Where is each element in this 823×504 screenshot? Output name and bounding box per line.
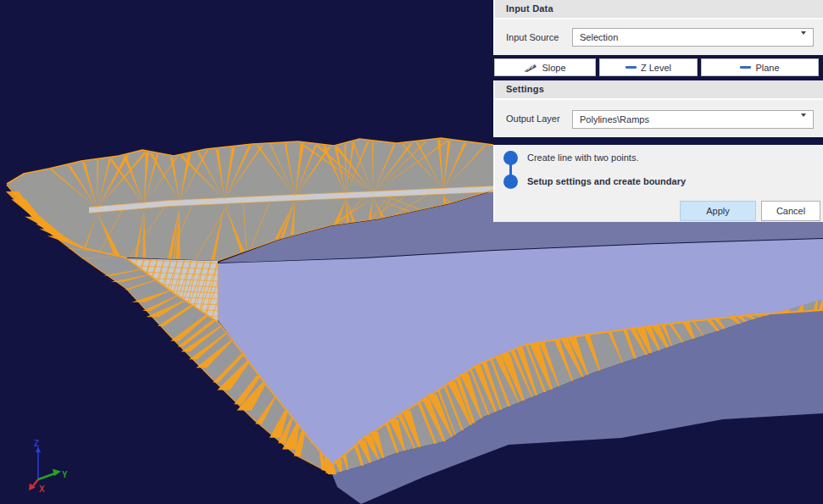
input-data-title: Input Data [506,3,553,14]
input-source-value: Selection [580,32,618,42]
plane-button-label: Plane [755,63,779,73]
input-data-panel: Input Data Input Source Selection [493,0,823,55]
steps-panel: Create line with two points. Setup setti… [493,145,823,222]
axis-label: X [39,485,45,494]
apply-button-label: Apply [706,206,730,216]
input-source-combo[interactable]: Selection [572,28,814,47]
input-data-header: Input Data [495,0,823,19]
output-layer-value: Polylines\Ramps [580,114,649,125]
settings-title: Settings [506,84,544,94]
apply-button[interactable]: Apply [680,201,756,221]
output-layer-combo[interactable]: Polylines\Ramps [572,110,814,129]
z-level-icon [626,66,637,69]
slope-button[interactable]: Slope [494,58,596,76]
output-layer-label: Output Layer [506,114,560,124]
settings-header: Settings [495,80,823,100]
settings-panel: Settings Output Layer Polylines\Ramps [493,80,823,137]
z-level-button-label: Z Level [641,63,671,73]
plane-button[interactable]: Plane [701,58,819,76]
settings-body: Output Layer Polylines\Ramps [495,100,823,139]
application-window: ZYX Input Data Input Source Selection S [0,0,823,504]
step-1-text: Create line with two points. [527,152,638,163]
slope-icon [524,63,537,73]
slope-button-label: Slope [542,63,565,73]
step-2-text: Setup settings and create boundary [527,176,686,186]
axis-label: Z [34,439,39,448]
cancel-button-label: Cancel [776,206,805,216]
plane-icon [740,66,751,69]
input-data-body: Input Source Selection [495,19,823,57]
tool-button-row: Slope Z Level Plane [494,58,819,76]
chevron-down-icon[interactable] [801,117,808,123]
axis-label: Y [62,470,68,479]
input-source-label: Input Source [506,32,559,42]
step-indicator-1 [503,151,518,165]
cancel-button[interactable]: Cancel [761,201,820,221]
chevron-down-icon[interactable] [801,35,808,41]
z-level-button[interactable]: Z Level [599,58,698,76]
step-indicator-2 [503,174,518,189]
